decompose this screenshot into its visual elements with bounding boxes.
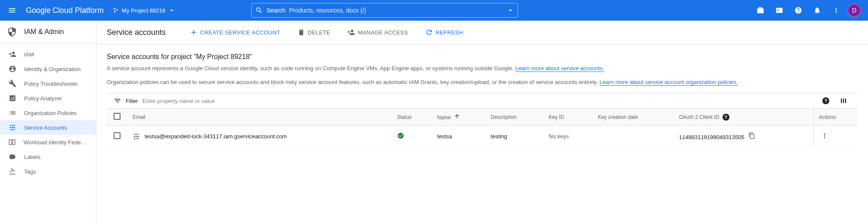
svg-point-1 [116, 9, 118, 11]
hamburger-menu[interactable] [3, 2, 21, 19]
sidebar-item-workload-identity[interactable]: Workload Identity Federati... [0, 135, 96, 149]
shield-icon [7, 27, 17, 37]
filter-input[interactable] [142, 98, 816, 104]
refresh-button[interactable]: REFRESH [422, 26, 466, 39]
filter-row: Filter ? [107, 93, 858, 108]
select-all-checkbox[interactable] [114, 113, 120, 120]
table-container: Filter ? Email Status Name [107, 93, 858, 147]
col-name[interactable]: Name [432, 109, 485, 126]
brand-logo[interactable]: Google Google Cloud PlatformCloud Platfo… [26, 6, 104, 15]
project-icon [112, 7, 119, 14]
sidebar-item-iam[interactable]: IAM [0, 47, 96, 62]
sidebar-item-tags[interactable]: Tags [0, 164, 96, 179]
sidebar-item-troubleshooter[interactable]: Policy Troubleshooter [0, 76, 96, 91]
svg-point-0 [114, 8, 115, 10]
gift-icon[interactable] [753, 3, 768, 18]
row-oauth: 114883119199049313505 [679, 134, 744, 140]
oauth-help-icon[interactable]: ? [723, 114, 729, 121]
row-key-id: No keys [544, 126, 593, 147]
column-options-icon[interactable] [840, 97, 847, 105]
project-name: My Project 89218 [122, 7, 165, 14]
sidebar-item-identity[interactable]: Identity & Organization [0, 62, 96, 76]
delete-button[interactable]: DELETE [294, 26, 334, 39]
status-enabled-icon [397, 132, 404, 139]
sidebar-section-title: IAM & Admin [24, 28, 64, 36]
filter-icon [114, 97, 121, 105]
sidebar-item-org-policies[interactable]: Organization Policies [0, 106, 96, 120]
sidebar-item-label: Tags [24, 168, 36, 175]
filter-label: Filter [126, 98, 138, 104]
content-body: Service accounts for project "My Project… [96, 44, 868, 156]
row-checkbox[interactable] [114, 132, 120, 139]
row-key-creation [593, 126, 674, 147]
row-description: testing [485, 126, 544, 147]
col-key-creation[interactable]: Key creation date [593, 109, 674, 126]
sidebar-items: IAM Identity & Organization Policy Troub… [0, 44, 96, 179]
project-picker[interactable]: My Project 89218 [109, 5, 179, 16]
manage-button-label: MANAGE ACCESS [358, 29, 408, 36]
col-key-id[interactable]: Key ID [544, 109, 593, 126]
section-heading: Service accounts for project "My Project… [107, 53, 858, 61]
row-email[interactable]: testsa@expanded-lock-343117.iam.gservice… [145, 133, 287, 140]
page-title: Service accounts [107, 28, 166, 37]
description-1: A service account represents a Google Cl… [107, 64, 858, 73]
sidebar-item-label: Service Accounts [24, 124, 67, 131]
cloud-shell-icon[interactable] [772, 3, 787, 18]
copy-icon[interactable] [748, 132, 755, 139]
sidebar-item-service-accounts[interactable]: Service Accounts [0, 120, 96, 135]
sidebar-item-label: Policy Analyzer [24, 95, 62, 102]
sidebar-header: IAM & Admin [0, 21, 96, 44]
content-header: Service accounts CREATE SERVICE ACCOUNT … [96, 21, 868, 44]
sidebar-item-label: Policy Troubleshooter [24, 81, 78, 87]
learn-more-org-policies-link[interactable]: Learn more about service account organiz… [599, 79, 738, 86]
search-dropdown-icon[interactable] [507, 6, 514, 14]
sidebar-item-label: Identity & Organization [24, 66, 81, 72]
more-icon[interactable] [828, 3, 844, 18]
col-actions: Actions [813, 109, 858, 126]
header-bar: Google Google Cloud PlatformCloud Platfo… [0, 0, 868, 21]
help-icon[interactable] [791, 3, 806, 18]
svg-point-2 [114, 11, 116, 12]
description-2: Organization policies can be used to sec… [107, 78, 858, 87]
table-row: testsa@expanded-lock-343117.iam.gservice… [107, 126, 858, 147]
row-name: testsa [432, 126, 485, 147]
search-box[interactable]: Search [251, 3, 518, 18]
delete-button-label: DELETE [308, 29, 330, 36]
search-container: Search [251, 3, 518, 18]
notifications-icon[interactable] [809, 3, 825, 18]
learn-more-service-accounts-link[interactable]: Learn more about service accounts. [515, 65, 604, 72]
sidebar-item-label: Organization Policies [24, 110, 77, 116]
search-icon [255, 6, 263, 14]
col-description[interactable]: Description [485, 109, 544, 126]
refresh-button-label: REFRESH [436, 29, 463, 36]
sidebar-item-analyzer[interactable]: Policy Analyzer [0, 91, 96, 106]
content: Service accounts CREATE SERVICE ACCOUNT … [96, 21, 868, 224]
service-accounts-table: Email Status Name Description Key ID Key… [107, 108, 858, 147]
row-actions-menu[interactable] [819, 130, 853, 143]
avatar[interactable]: D [847, 3, 861, 17]
col-status[interactable]: Status [392, 109, 432, 126]
chevron-down-icon [168, 6, 176, 14]
filter-help-icon[interactable]: ? [822, 97, 829, 104]
header-actions: D [753, 3, 865, 18]
sidebar-item-label: IAM [24, 51, 34, 58]
manage-access-button[interactable]: MANAGE ACCESS [344, 26, 411, 39]
search-input[interactable] [289, 7, 504, 14]
sidebar-item-label: Labels [24, 154, 40, 160]
col-email[interactable]: Email [127, 109, 392, 126]
sort-asc-icon [454, 113, 460, 119]
col-oauth[interactable]: OAuth 2 Client ID ? [674, 109, 814, 126]
sidebar: IAM & Admin IAM Identity & Organization … [0, 21, 96, 224]
search-label: Search [266, 7, 285, 14]
create-service-account-button[interactable]: CREATE SERVICE ACCOUNT [186, 26, 284, 39]
create-button-label: CREATE SERVICE ACCOUNT [200, 29, 280, 36]
sidebar-item-labels[interactable]: Labels [0, 149, 96, 164]
sidebar-item-label: Workload Identity Federati... [23, 139, 87, 146]
service-account-row-icon [133, 133, 140, 140]
